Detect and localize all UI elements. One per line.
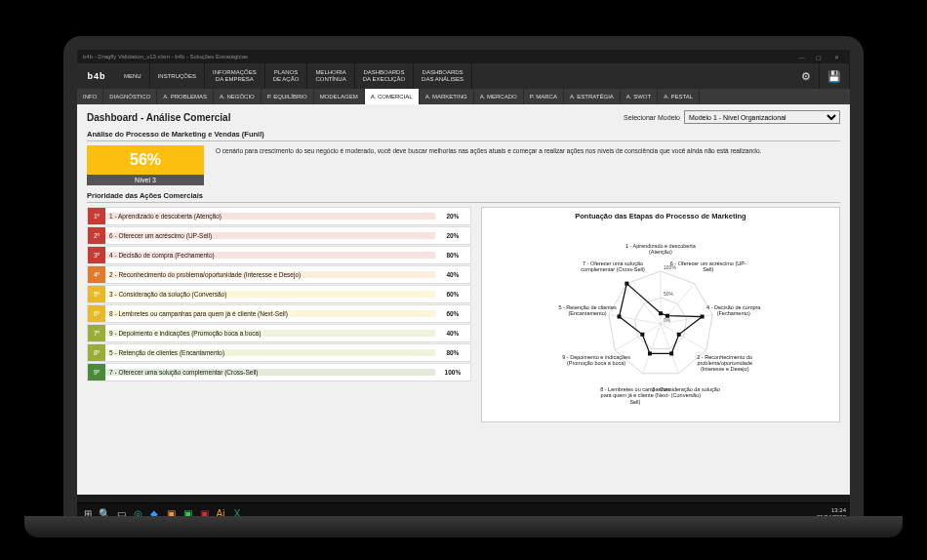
svg-rect-16 [669,351,673,355]
nav-tab[interactable]: A. NEGÓCIO [214,89,262,104]
taskbar-app-icon[interactable]: ▣ [197,507,211,521]
svg-text:50%: 50% [664,291,674,297]
radar-axis-label: 2 - Reconhecimento do problema/oportunid… [686,354,764,372]
nav-tab[interactable]: P. MARCA [524,89,564,104]
priority-label: 2 - Reconhecimento do problema/oportunid… [105,271,435,278]
nav-tab[interactable]: A. MARKETING [420,89,474,104]
nav-tab[interactable]: A. ESTRATÉGIA [564,89,621,104]
logo: b4b [77,71,116,81]
svg-line-7 [609,315,661,324]
task-view-icon[interactable]: ▭ [114,507,128,521]
priority-percent: 40% [435,271,470,278]
start-icon[interactable]: ⊞ [81,507,95,521]
priorities-section-title: Prioridade das Ações Comerciais [87,191,840,203]
priority-label: 4 - Decisão de compra (Fechamento) [105,252,435,259]
priority-label: 7 - Oferecer uma solução complementar (C… [105,369,435,376]
page-title: Dashboard - Análise Comercial [87,112,230,123]
priority-row: 1º1 - Aprendizado e descoberta (Atenção)… [87,207,471,225]
priority-rank: 5º [88,286,105,302]
save-icon: 💾 [827,70,841,82]
priority-rank: 1º [88,208,105,224]
toolbar-button[interactable]: INFORMAÇÕESDA EMPRESA [205,63,265,89]
taskbar-app-icon[interactable]: ▣ [164,507,178,521]
maximize-icon[interactable]: ▢ [811,54,826,60]
priority-percent: 20% [435,213,470,220]
nav-tab[interactable]: A. SWOT [621,89,658,104]
priority-percent: 60% [435,310,470,317]
nav-tab[interactable]: A. PROBLEMAS [157,89,214,104]
nav-tab[interactable]: A. COMERCIAL [365,89,420,104]
model-selector-label: Selecionar Modelo [624,114,680,121]
priority-percent: 20% [435,232,470,239]
score-value: 56% [87,145,204,175]
priority-percent: 80% [435,349,470,356]
taskbar-time: 13:24 [817,507,846,514]
priority-label: 8 - Lembretes ou campanhas para quem já … [105,310,435,317]
minimize-icon[interactable]: — [794,55,810,60]
svg-rect-18 [640,333,644,337]
nav-tab[interactable]: A. MERCADO [474,89,524,104]
priority-rank: 6º [88,305,105,322]
priority-percent: 100% [435,369,470,376]
radar-axis-label: 5 - Retenção de clientes (Encantamento) [548,304,626,316]
taskbar-date: 09/04/2020 [817,514,846,521]
priority-rank: 9º [88,364,105,380]
save-button[interactable]: 💾 [820,63,850,89]
gear-icon: ⚙ [801,70,811,82]
score-level: Nível 3 [87,175,204,185]
priority-row: 6º8 - Lembretes ou campanhas para quem j… [87,304,471,323]
priority-row: 9º7 - Oferecer uma solução complementar … [87,363,471,381]
radar-axis-label: 6 - Oferecer um acréscimo (UP-Sell) [669,260,747,272]
nav-tab[interactable]: INFO [77,89,103,104]
toolbar-button[interactable]: DASHBOARDSDA EXECUÇÃO [355,63,414,89]
priority-percent: 80% [435,252,470,259]
radar-axis-label: 7 - Oferecer uma solução complementar (C… [574,260,652,272]
window-title: b4b - Dragfly Validation_v13.xlsm - b4b … [83,54,248,60]
nav-tab[interactable]: A. PESTAL [658,89,700,104]
priority-label: 6 - Oferecer um acréscimo (UP-Sell) [105,232,435,239]
toolbar-button[interactable]: DASHBOARDSDAS ANÁLISES [414,63,472,89]
svg-text:0%: 0% [664,317,671,323]
taskbar-app-icon[interactable]: X [230,507,244,521]
radar-chart: 0%50%100%1 - Aprendizado e descoberta (A… [486,222,835,418]
svg-line-3 [661,324,706,350]
taskbar-app-icon[interactable]: ▣ [181,507,194,521]
toolbar-button[interactable]: PLANOSDE AÇÃO [265,63,308,89]
priority-row: 5º3 - Consideração da solução (Conversão… [87,285,471,303]
priority-rank: 7º [88,325,105,341]
priority-row: 4º2 - Reconhecimento do problema/oportun… [87,265,471,284]
priority-rank: 2º [88,227,105,244]
priority-label: 5 - Retenção de clientes (Encantamento) [105,349,435,356]
nav-tab[interactable]: P. EQUILÍBRIO [262,89,314,104]
priority-row: 3º4 - Decisão de compra (Fechamento)80% [87,246,471,264]
search-icon[interactable]: 🔍 [98,507,111,521]
close-icon[interactable]: ✕ [828,54,844,60]
model-selector[interactable]: Modelo 1 - Nível Organizacional [684,110,840,124]
svg-line-6 [615,324,661,350]
toolbar-button[interactable]: MENU [116,63,150,89]
radar-axis-label: 4 - Decisão de compra (Fechamento) [695,304,773,316]
nav-tab[interactable]: DIAGNÓSTICO [103,89,157,104]
svg-rect-12 [659,311,663,315]
funnel-section-title: Análise do Processo de Marketing e Venda… [87,130,840,141]
priority-row: 8º5 - Retenção de clientes (Encantamento… [87,343,471,362]
radar-axis-label: 8 - Lembretes ou campanhas para quem já … [596,386,674,404]
priority-rank: 8º [88,344,105,361]
radar-chart-title: Pontuação das Etapas do Processo de Mark… [486,212,835,220]
svg-rect-20 [625,282,628,286]
priority-row: 7º9 - Depoimento e indicações (Promoção … [87,324,471,342]
svg-line-8 [626,284,661,324]
priority-percent: 60% [435,291,470,298]
priority-row: 2º6 - Oferecer um acréscimo (UP-Sell)20% [87,226,471,245]
svg-rect-13 [665,314,669,318]
toolbar-button[interactable]: INSTRUÇÕES [150,63,205,89]
priority-label: 9 - Depoimento e indicações (Promoção bo… [105,330,435,337]
toolbar-button[interactable]: MELHORIACONTÍNUA [307,63,354,89]
taskbar-app-icon[interactable]: ◎ [131,507,144,521]
priority-rank: 4º [88,266,105,283]
settings-button[interactable]: ⚙ [793,63,820,89]
taskbar-app-icon[interactable]: Ai [214,507,227,521]
taskbar-app-icon[interactable]: ◆ [147,507,161,521]
nav-tab[interactable]: MODELAGEM [314,89,365,104]
score-description: O cenário para crescimento do seu negóci… [212,145,840,185]
